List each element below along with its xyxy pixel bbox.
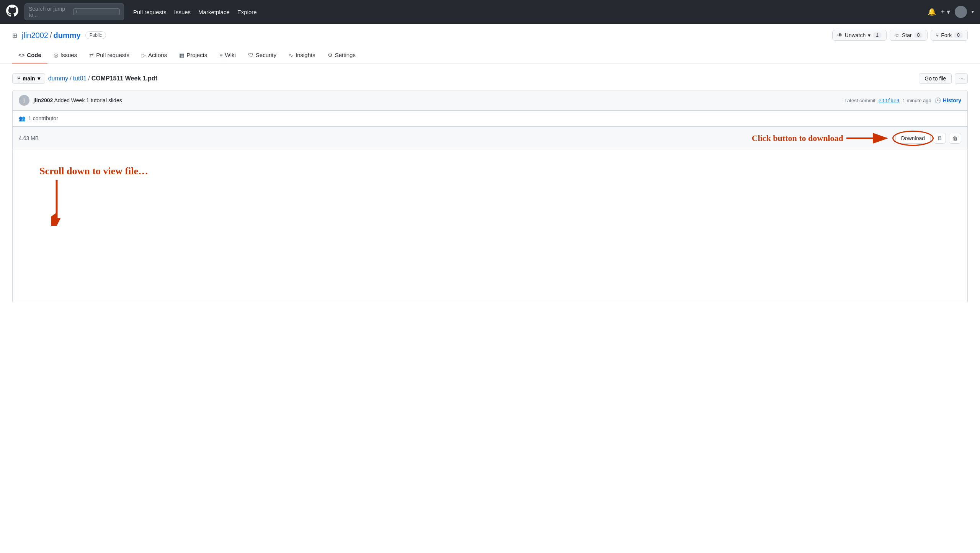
chevron-down-icon: ▾ [868,32,871,38]
branch-selector[interactable]: ⑂ main ▾ [12,73,45,84]
display-icon: 🖥 [937,135,942,141]
avatar[interactable] [955,6,967,18]
breadcrumb: dummy / tut01 / COMP1511 Week 1.pdf [48,75,157,82]
unwatch-button[interactable]: 👁 Unwatch ▾ 1 [832,30,887,41]
commit-message-text: Added Week 1 tutorial slides [54,97,122,103]
tab-security-label: Security [256,52,276,58]
eye-icon: 👁 [837,32,843,38]
tab-projects-label: Projects [186,52,207,58]
repo-title: jlin2002/dummy [22,31,81,40]
breadcrumb-folder-link[interactable]: tut01 [73,75,87,82]
fork-button[interactable]: ⑂ Fork 0 [931,30,968,41]
actions-icon: ▷ [142,52,146,58]
file-size: 4.63 MB [19,135,39,141]
topnav-right: 🔔 + ▾ ▾ [928,6,974,18]
fork-icon: ⑂ [936,32,939,38]
path-right: Go to file ··· [919,73,968,84]
separator: / [50,31,52,39]
github-logo[interactable] [6,5,18,20]
tab-wiki[interactable]: ≡ Wiki [213,47,242,64]
tab-settings-label: Settings [335,52,356,58]
tab-insights-label: Insights [296,52,315,58]
tab-issues[interactable]: ◎ Issues [47,47,83,64]
code-icon: <> [18,52,24,58]
topnav-issues[interactable]: Issues [174,9,191,15]
projects-icon: ▦ [179,52,184,58]
commit-info: jlin2002 Added Week 1 tutorial slides [33,97,841,103]
commit-avatar: j [19,95,29,106]
click-annotation-text: Click button to download [752,133,843,143]
display-raw-button[interactable]: 🖥 [934,133,946,144]
tab-pull-requests[interactable]: ⇄ Pull requests [83,47,136,64]
main-content: ⑂ main ▾ dummy / tut01 / COMP1511 Week 1… [0,64,980,312]
avatar-chevron[interactable]: ▾ [972,9,974,15]
path-left: ⑂ main ▾ dummy / tut01 / COMP1511 Week 1… [12,73,157,84]
history-icon: 🕐 [934,97,941,103]
tab-insights[interactable]: ∿ Insights [283,47,322,64]
breadcrumb-repo-link[interactable]: dummy [48,75,68,82]
file-header: 4.63 MB Click button to download [13,126,967,150]
repo-actions: 👁 Unwatch ▾ 1 ☆ Star 0 ⑂ Fork 0 [832,30,968,41]
repo-header: ⊞ jlin2002/dummy Public 👁 Unwatch ▾ 1 ☆ … [0,24,980,47]
tab-pr-label: Pull requests [96,52,129,58]
search-kbd: / [73,8,120,15]
repo-icon: ⊞ [12,32,17,39]
delete-file-button[interactable]: 🗑 [949,133,961,144]
security-icon: 🛡 [248,52,253,58]
contributor-bar: 👥 1 contributor [12,111,968,126]
breadcrumb-filename: COMP1511 Week 1.pdf [91,75,157,82]
settings-icon: ⚙ [328,52,333,58]
tab-issues-label: Issues [60,52,77,58]
tab-code[interactable]: <> Code [12,47,47,64]
create-new-button[interactable]: + ▾ [941,8,950,16]
file-actions: Click button to download Download [752,131,961,146]
history-button[interactable]: 🕐 History [934,97,961,103]
repo-name-link[interactable]: dummy [54,31,81,39]
search-bar[interactable]: Search or jump to... / [24,3,124,20]
annotation-arrow-right [846,131,892,146]
notification-bell[interactable]: 🔔 [928,8,936,16]
topnav-pull-requests[interactable]: Pull requests [133,9,167,15]
fork-count: 0 [954,32,963,38]
topnav-marketplace[interactable]: Marketplace [198,9,230,15]
star-count: 0 [914,32,923,38]
topnav-links: Pull requests Issues Marketplace Explore [133,9,257,15]
tab-wiki-label: Wiki [225,52,236,58]
scroll-annotation-text: Scroll down to view file… [39,165,148,177]
unwatch-label: Unwatch [845,32,866,38]
scroll-arrow-down [51,180,148,227]
commit-bar: j jlin2002 Added Week 1 tutorial slides … [12,90,968,111]
commit-hash[interactable]: e33fbe9 [879,98,900,103]
star-button[interactable]: ☆ Star 0 [890,30,928,41]
commit-author[interactable]: jlin2002 [33,97,53,103]
topnav: Search or jump to... / Pull requests Iss… [0,0,980,24]
tab-actions[interactable]: ▷ Actions [136,47,173,64]
download-button[interactable]: Download [895,133,931,144]
latest-commit-label: Latest commit [844,98,875,103]
tab-projects[interactable]: ▦ Projects [173,47,213,64]
delete-icon: 🗑 [952,135,958,141]
more-options-button[interactable]: ··· [955,73,968,84]
path-bar: ⑂ main ▾ dummy / tut01 / COMP1511 Week 1… [12,73,968,84]
file-view: 4.63 MB Click button to download [12,126,968,303]
go-to-file-button[interactable]: Go to file [919,73,952,84]
topnav-explore[interactable]: Explore [237,9,257,15]
tab-settings[interactable]: ⚙ Settings [322,47,362,64]
search-placeholder: Search or jump to... [29,6,70,18]
svg-marker-4 [53,218,60,226]
tab-security[interactable]: 🛡 Security [242,47,283,64]
commit-right: Latest commit e33fbe9 1 minute ago 🕐 His… [844,97,961,103]
branch-name: main [23,75,35,82]
download-btn-container: Download [895,133,931,144]
wiki-icon: ≡ [219,52,222,58]
repo-owner-link[interactable]: jlin2002 [22,31,48,39]
tab-actions-label: Actions [148,52,167,58]
file-content: Scroll down to view file… [13,150,967,303]
star-label: Star [902,32,912,38]
pr-icon: ⇄ [89,52,94,58]
repo-tabs: <> Code ◎ Issues ⇄ Pull requests ▷ Actio… [0,47,980,64]
contributor-icon: 👥 [19,115,25,121]
branch-icon: ⑂ [17,75,20,82]
chevron-down-icon: ▾ [38,75,40,82]
unwatch-count: 1 [873,32,882,38]
